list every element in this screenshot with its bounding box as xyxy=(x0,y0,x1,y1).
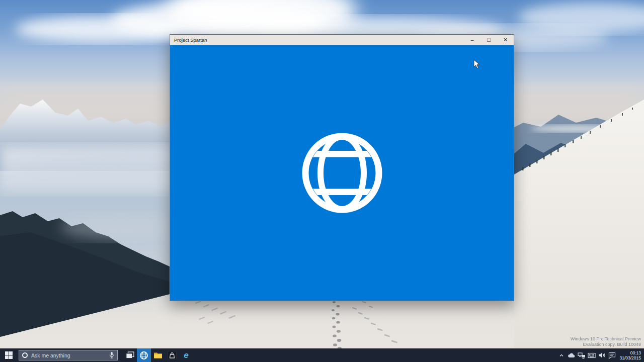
clock-date: 31/03/2015 xyxy=(619,355,641,360)
cortana-icon xyxy=(22,352,28,358)
volume-tray-button[interactable] xyxy=(597,348,606,362)
chevron-up-icon xyxy=(558,352,565,358)
cloud-icon xyxy=(568,352,576,358)
action-center-icon xyxy=(608,352,616,359)
action-center-button[interactable] xyxy=(607,348,616,362)
taskbar: Ask me anything xyxy=(0,348,644,362)
minimize-button[interactable]: – xyxy=(464,35,480,45)
clock-time: 00:13 xyxy=(619,350,641,355)
onedrive-tray-button[interactable] xyxy=(567,348,576,362)
spartan-splash xyxy=(170,45,514,301)
internet-explorer-icon: e xyxy=(184,351,188,359)
network-icon xyxy=(578,352,586,359)
network-tray-button[interactable] xyxy=(577,348,586,362)
spartan-globe-icon xyxy=(139,351,148,360)
watermark-line2: Evaluation copy. Build 10049 xyxy=(571,342,641,347)
taskbar-item-store[interactable] xyxy=(165,348,179,362)
speaker-icon xyxy=(598,352,605,358)
task-view-icon xyxy=(126,351,134,359)
microphone-icon[interactable] xyxy=(109,351,114,359)
titlebar[interactable]: Project Spartan – □ ✕ xyxy=(170,35,514,45)
windows-logo-icon xyxy=(5,351,13,359)
maximize-button[interactable]: □ xyxy=(480,35,497,45)
globe-icon xyxy=(299,130,385,216)
search-placeholder: Ask me anything xyxy=(31,352,109,358)
task-view-button[interactable] xyxy=(123,348,137,362)
touch-keyboard-button[interactable] xyxy=(587,348,596,362)
system-tray: 00:13 31/03/2015 xyxy=(557,348,644,362)
window-title: Project Spartan xyxy=(170,37,464,43)
project-spartan-window: Project Spartan – □ ✕ xyxy=(170,34,514,301)
start-button[interactable] xyxy=(0,348,17,362)
keyboard-icon xyxy=(588,352,596,358)
desktop: Windows 10 Pro Technical Preview Evaluat… xyxy=(0,0,644,362)
store-icon xyxy=(168,351,177,360)
close-button[interactable]: ✕ xyxy=(497,35,514,45)
taskbar-item-project-spartan[interactable] xyxy=(137,348,151,362)
show-hidden-icons-button[interactable] xyxy=(557,348,566,362)
taskbar-item-internet-explorer[interactable]: e xyxy=(179,348,193,362)
build-watermark: Windows 10 Pro Technical Preview Evaluat… xyxy=(571,336,641,347)
watermark-line1: Windows 10 Pro Technical Preview xyxy=(571,336,641,342)
taskbar-item-file-explorer[interactable] xyxy=(151,348,165,362)
window-controls: – □ ✕ xyxy=(464,35,514,45)
taskbar-clock[interactable]: 00:13 31/03/2015 xyxy=(619,350,641,360)
cortana-search-box[interactable]: Ask me anything xyxy=(19,350,118,360)
file-explorer-icon xyxy=(153,351,163,359)
